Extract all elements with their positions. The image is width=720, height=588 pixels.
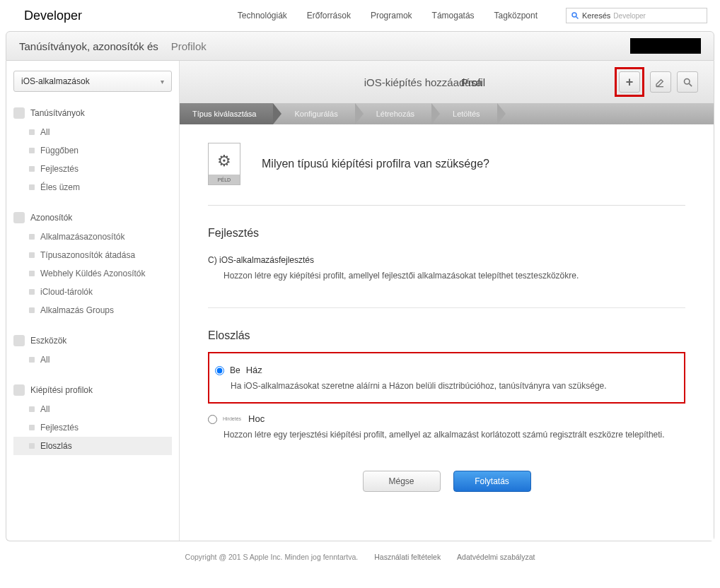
main-header: iOS-kiépítés hozzáadása Profil + xyxy=(180,61,714,103)
add-button-highlight: + xyxy=(615,67,644,97)
sidebar-header-identifiers: Azonosítók xyxy=(30,213,72,223)
sidebar-item-cert-dev[interactable]: Fejlesztés xyxy=(13,160,172,178)
page-footer: Copyright @ 201 S Apple Inc. Minden jog … xyxy=(0,541,720,575)
sidebar-item-profiles-dev[interactable]: Fejlesztés xyxy=(13,418,172,437)
search-scope: Developer xyxy=(613,12,646,20)
sidebar-item-profiles-dist[interactable]: Eloszlás xyxy=(13,437,172,455)
svg-point-0 xyxy=(572,13,576,17)
devices-icon xyxy=(13,335,25,346)
section-title-distribution: Eloszlás xyxy=(208,329,685,342)
main-header-subtitle: Profil xyxy=(461,76,485,88)
footer-terms[interactable]: Használati feltételek xyxy=(374,553,441,561)
title-bar: Tanúsítványok, azonosítók és Profilok xyxy=(6,31,714,61)
option-adhoc-tiny: Hirdetés xyxy=(223,416,241,421)
main-panel: iOS-kiépítés hozzáadása Profil + Típus k… xyxy=(180,61,714,541)
platform-dropdown[interactable]: iOS-alkalmazások xyxy=(13,71,172,92)
certificates-icon xyxy=(13,107,25,119)
nav-link-support[interactable]: Támogatás xyxy=(432,11,475,20)
option-ios-dev-label: C) iOS-alkalmazásfejlesztés xyxy=(208,255,314,265)
step-download[interactable]: Letöltés xyxy=(431,103,497,124)
identifiers-icon xyxy=(13,212,25,223)
svg-line-1 xyxy=(576,17,579,19)
search-label: Keresés xyxy=(582,11,610,20)
gear-icon: ⚙ xyxy=(217,152,231,170)
option-adhoc[interactable]: Hirdetés Hoc Hozzon létre egy terjesztés… xyxy=(208,408,685,454)
sidebar-section-profiles: Kiépítési profilok All Fejlesztés Eloszl… xyxy=(13,384,172,455)
doc-badge: PÉLD xyxy=(209,175,240,184)
edit-icon xyxy=(655,76,666,88)
footer-copyright: Copyright @ 201 S Apple Inc. Minden jog … xyxy=(185,553,359,561)
option-ios-dev[interactable]: C) iOS-alkalmazásfejlesztés Hozzon létre… xyxy=(208,249,685,295)
option-inhouse-pre: Be xyxy=(230,365,240,375)
divider xyxy=(208,307,685,308)
question-heading: Milyen típusú kiépítési profilra van szü… xyxy=(262,158,489,170)
radio-inhouse[interactable] xyxy=(215,366,224,375)
sidebar-item-profiles-all[interactable]: All xyxy=(13,400,172,418)
nav-link-membercenter[interactable]: Tagközpont xyxy=(494,11,538,20)
option-ios-dev-desc: Hozzon létre egy kiépítési profilt, amel… xyxy=(223,269,685,282)
nav-link-resources[interactable]: Erőforrások xyxy=(307,11,351,20)
top-nav-links: Technológiák Erőforrások Programok Támog… xyxy=(238,11,538,20)
sidebar-item-cert-pending[interactable]: Függőben xyxy=(13,141,172,160)
sidebar-section-identifiers: Azonosítók Alkalmazásazonosítók Típusazo… xyxy=(13,212,172,319)
option-adhoc-desc: Hozzon létre egy terjesztési kiépítési p… xyxy=(223,428,685,441)
brand-title: Developer xyxy=(24,8,82,23)
option-inhouse-label: Ház xyxy=(246,365,262,375)
sidebar-item-devices-all[interactable]: All xyxy=(13,351,172,369)
wizard-steps: Típus kiválasztása Konfigurálás Létrehoz… xyxy=(180,103,714,124)
button-row: Mégse Folytatás xyxy=(208,454,685,513)
sidebar-header-profiles: Kiépítési profilok xyxy=(30,385,93,395)
option-inhouse[interactable]: Be Ház Ha iOS-alkalmazásokat szeretne al… xyxy=(215,359,677,392)
continue-button[interactable]: Folytatás xyxy=(453,471,531,492)
search-box[interactable]: Keresés Developer xyxy=(566,8,707,23)
sidebar: iOS-alkalmazások Tanúsítványok All Függő… xyxy=(6,61,180,541)
search-profiles-button[interactable] xyxy=(677,71,698,93)
option-adhoc-label: Hoc xyxy=(248,413,265,424)
sidebar-section-certificates: Tanúsítványok All Függőben Fejlesztés Él… xyxy=(13,107,172,196)
search-icon xyxy=(571,11,579,20)
add-button[interactable]: + xyxy=(619,71,640,93)
option-inhouse-desc: Ha iOS-alkalmazásokat szeretne aláírni a… xyxy=(231,380,677,392)
sidebar-header-devices: Eszközök xyxy=(30,336,66,346)
sidebar-section-devices: Eszközök All xyxy=(13,335,172,369)
profile-doc-icon: ⚙ PÉLD xyxy=(208,143,240,185)
sidebar-item-cert-all[interactable]: All xyxy=(13,123,172,141)
titlebar-line2: Profilok xyxy=(171,40,207,52)
edit-button[interactable] xyxy=(650,71,671,93)
main-header-actions: + xyxy=(615,67,698,97)
nav-link-tech[interactable]: Technológiák xyxy=(238,11,287,20)
cancel-button[interactable]: Mégse xyxy=(363,471,441,492)
top-nav: Developer Technológiák Erőforrások Progr… xyxy=(0,0,720,31)
nav-link-programs[interactable]: Programok xyxy=(371,11,412,20)
radio-adhoc[interactable] xyxy=(208,415,217,424)
option-inhouse-highlight: Be Ház Ha iOS-alkalmazásokat szeretne al… xyxy=(208,352,685,404)
step-configure[interactable]: Konfigurálás xyxy=(273,103,354,124)
magnifier-icon xyxy=(683,77,693,88)
content-area: ⚙ PÉLD Milyen típusú kiépítési profilra … xyxy=(180,124,714,541)
sidebar-item-cert-prod[interactable]: Éles üzem xyxy=(13,178,172,196)
titlebar-line1: Tanúsítványok, azonosítók és xyxy=(19,40,158,52)
svg-point-3 xyxy=(684,78,690,84)
sidebar-item-icloud[interactable]: iCloud-tárolók xyxy=(13,283,172,301)
footer-privacy[interactable]: Adatvédelmi szabályzat xyxy=(457,553,535,561)
sidebar-item-app-groups[interactable]: Alkalmazás Groups xyxy=(13,301,172,319)
section-title-development: Fejlesztés xyxy=(208,227,685,240)
step-select-type[interactable]: Típus kiválasztása xyxy=(180,103,273,124)
plus-icon: + xyxy=(626,75,634,90)
sidebar-item-pass-type[interactable]: Típusazonosítók átadása xyxy=(13,246,172,264)
dropdown-value: iOS-alkalmazások xyxy=(21,76,90,86)
sidebar-item-web-push[interactable]: Webhely Küldés Azonosítók xyxy=(13,264,172,283)
sidebar-header-certificates: Tanúsítványok xyxy=(30,108,85,118)
svg-line-4 xyxy=(689,83,692,86)
main-frame: iOS-alkalmazások Tanúsítványok All Függő… xyxy=(6,61,714,541)
step-generate[interactable]: Létrehozás xyxy=(355,103,431,124)
account-redacted xyxy=(630,38,701,54)
question-row: ⚙ PÉLD Milyen típusú kiépítési profilra … xyxy=(208,143,685,206)
sidebar-item-app-ids[interactable]: Alkalmazásazonosítók xyxy=(13,228,172,246)
profiles-icon xyxy=(13,384,25,396)
